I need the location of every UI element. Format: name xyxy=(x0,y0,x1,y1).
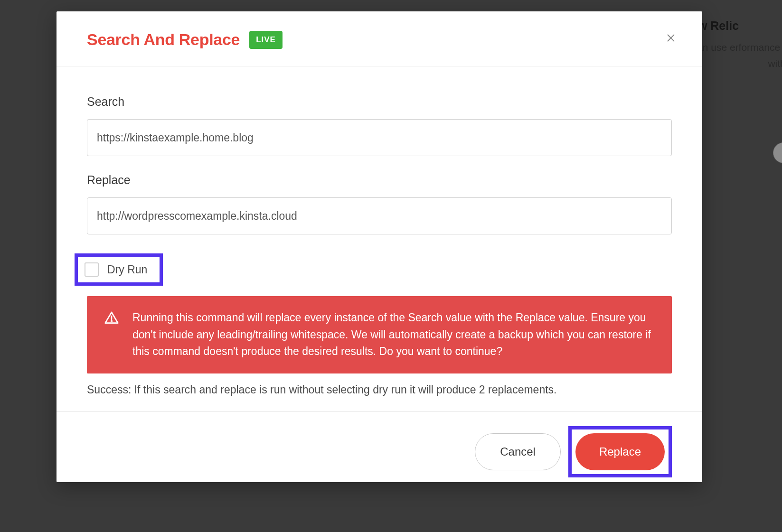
replace-field-group: Replace xyxy=(87,173,672,234)
search-replace-modal: Search And Replace LIVE Search Replace D… xyxy=(57,11,702,482)
warning-text: Running this command will replace every … xyxy=(132,309,657,360)
dry-run-checkbox[interactable] xyxy=(85,262,99,277)
live-badge: LIVE xyxy=(249,31,283,49)
replace-button[interactable]: Replace xyxy=(575,433,665,470)
modal-body: Search Replace Dry Run Running this comm… xyxy=(57,66,702,411)
modal-header: Search And Replace LIVE xyxy=(57,11,702,66)
dry-run-option[interactable]: Dry Run xyxy=(75,253,163,286)
svg-point-3 xyxy=(111,321,112,322)
modal-title: Search And Replace xyxy=(87,30,240,49)
search-field-group: Search xyxy=(87,95,672,156)
close-icon xyxy=(666,33,676,45)
replace-highlight: Replace xyxy=(568,426,672,477)
replace-label: Replace xyxy=(87,173,672,187)
warning-triangle-icon xyxy=(104,310,119,326)
replace-input[interactable] xyxy=(87,197,672,234)
search-label: Search xyxy=(87,95,672,109)
dry-run-label: Dry Run xyxy=(107,263,147,276)
close-button[interactable] xyxy=(662,30,679,47)
success-message: Success: If this search and replace is r… xyxy=(87,382,672,397)
search-input[interactable] xyxy=(87,119,672,156)
modal-footer: Cancel Replace xyxy=(57,411,702,482)
warning-banner: Running this command will replace every … xyxy=(87,296,672,373)
cancel-button[interactable]: Cancel xyxy=(475,433,561,470)
